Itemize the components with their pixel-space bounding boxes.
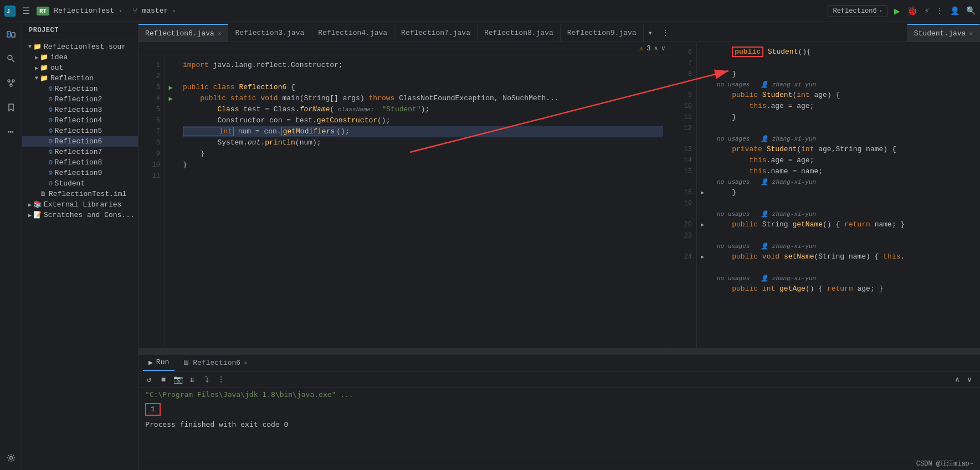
tree-item-reflection7[interactable]: ▶ © Reflection7	[22, 147, 138, 157]
stop-button[interactable]: ■	[157, 374, 170, 386]
tree-item-root[interactable]: ▼ 📁 ReflectionTest sour	[22, 42, 138, 52]
tree-item-reflection1[interactable]: ▶ © Reflection	[22, 84, 138, 94]
project-dropdown-arrow[interactable]: ▾	[119, 8, 122, 14]
right-editor-scroll[interactable]: 6 7 8 9 10 11 12 13 14 15	[670, 42, 980, 348]
word-wrap-button[interactable]: ⤵	[201, 374, 213, 386]
status-bar: CSDN @汪汪miao~	[138, 457, 980, 470]
rg-7	[697, 123, 708, 134]
rcode-8: }	[715, 69, 973, 80]
tab-close-student[interactable]: ✕	[969, 30, 973, 37]
run-gutter-4[interactable]: ▶	[165, 93, 176, 104]
code-line-1: import java.lang.reflect.Constructor;	[183, 60, 663, 71]
run-gutter-3[interactable]: ▶	[165, 82, 176, 93]
profile-icon[interactable]: 👤	[950, 6, 960, 16]
more-tools-icon[interactable]: ⋯	[3, 124, 19, 140]
warning-expand[interactable]: ∧	[654, 44, 658, 53]
tab-label-r7: Reflection7.java	[401, 29, 470, 37]
rg-15[interactable]: ▶	[697, 251, 708, 262]
tree-item-reflection2[interactable]: ▶ © Reflection2	[22, 94, 138, 105]
tree-item-reflection6[interactable]: ▶ © Reflection6	[22, 136, 138, 147]
rg-11[interactable]: ▶	[697, 187, 708, 198]
left-editor-scroll[interactable]: 1 2 3 4 5 6 7 8 9 10 11	[138, 55, 670, 348]
tree-item-reflection8[interactable]: ▶ © Reflection8	[22, 157, 138, 168]
scroll-end-button[interactable]: ⇊	[186, 374, 198, 386]
run-gutter-1	[165, 60, 176, 71]
run-triangle-4[interactable]: ▶	[168, 95, 172, 103]
rg-13[interactable]: ▶	[697, 219, 708, 230]
settings-icon[interactable]	[3, 450, 19, 466]
tree-item-reflection5[interactable]: ▶ © Reflection5	[22, 126, 138, 136]
run-config-name: Reflection6	[833, 7, 876, 15]
tree-item-reflection4[interactable]: ▶ © Reflection4	[22, 115, 138, 126]
root-icon: 📁	[33, 43, 42, 51]
rln-13: 13	[670, 144, 696, 155]
tab-reflection8[interactable]: Reflection8.java	[478, 24, 561, 42]
tree-item-idea[interactable]: ▶ 📁 idea	[22, 52, 138, 63]
tree-item-ext-libs[interactable]: ▶ 📚 External Libraries	[22, 199, 138, 210]
debug-button[interactable]: 🐞	[907, 6, 918, 17]
rln-23: 23	[670, 230, 696, 241]
tab-label-r9: Reflection9.java	[567, 29, 637, 37]
screenshot-button[interactable]: 📷	[172, 374, 184, 386]
rcode-11: }	[715, 112, 973, 123]
tab-options-button[interactable]: ⋮	[657, 24, 674, 42]
sidebar: Project ▼ 📁 ReflectionTest sour ▶ 📁 idea…	[22, 22, 138, 470]
rln-hint4	[670, 209, 696, 219]
up-button[interactable]: ∧	[951, 374, 963, 386]
run-button[interactable]: ▶	[894, 5, 900, 17]
search-icon[interactable]: 🔍	[966, 6, 976, 16]
tree-item-out[interactable]: ▶ 📁 out	[22, 63, 138, 73]
run-gutter-11	[165, 171, 176, 182]
rln-10: 10	[670, 101, 696, 112]
tab-reflection9[interactable]: Reflection9.java	[561, 24, 644, 42]
rcode-21	[715, 262, 973, 273]
run-config-dropdown[interactable]: Reflection6 ▾	[828, 5, 887, 17]
more-button[interactable]: ⋮	[215, 374, 227, 386]
tab-reflection4[interactable]: Reflection4.java	[311, 24, 394, 42]
find-icon[interactable]	[3, 51, 19, 66]
tree-item-iml[interactable]: ▶ 🗎 ReflectionTest.iml	[22, 189, 138, 199]
right-code-content: 6 7 8 9 10 11 12 13 14 15	[670, 42, 980, 348]
tab-close-r6[interactable]: ✕	[218, 30, 222, 37]
rcode-9: public Student(int age) {	[715, 90, 973, 101]
rcode-hint3: no usages 👤 zhang-xi-yun	[715, 177, 973, 187]
run-triangle-3[interactable]: ▶	[168, 84, 172, 92]
editor-hscroll[interactable]	[138, 348, 980, 354]
tab-overflow-button[interactable]: ▾	[644, 24, 657, 42]
left-code-content: 1 2 3 4 5 6 7 8 9 10 11	[138, 55, 670, 348]
tree-item-student[interactable]: ▶ © Student	[22, 178, 138, 189]
rln-hint1	[670, 80, 696, 90]
project-icon[interactable]	[3, 27, 19, 42]
down-button[interactable]: ∨	[963, 374, 976, 386]
tab-reflection3[interactable]: Reflection3.java	[228, 24, 311, 42]
tab-student[interactable]: Student.java ✕	[907, 24, 980, 42]
tree-item-reflection-folder[interactable]: ▼ 📁 Reflection	[22, 73, 138, 84]
tree-item-reflection9[interactable]: ▶ © Reflection9	[22, 168, 138, 178]
tree-item-reflection3[interactable]: ▶ © Reflection3	[22, 105, 138, 115]
rcode-7	[715, 58, 973, 69]
rerun-button[interactable]: ↺	[143, 374, 155, 386]
right-code-lines: public Student(){ } no usages 👤 zhang-xi…	[708, 42, 980, 348]
tab-reflection6[interactable]: Reflection6.java ✕	[138, 24, 228, 42]
vcs-icon[interactable]	[3, 75, 19, 91]
run-config-tab[interactable]: 🖥 Reflection6 ✕	[177, 355, 253, 371]
rln-hint2	[670, 134, 696, 144]
warning-collapse[interactable]: ∨	[661, 44, 665, 53]
run-config-tab-close[interactable]: ✕	[244, 359, 248, 366]
tree-item-scratches[interactable]: ▶ 📝 Scratches and Cons...	[22, 210, 138, 220]
power-icon[interactable]: ⚡	[925, 6, 929, 16]
branch-dropdown-arrow[interactable]: ▾	[172, 8, 176, 14]
ln-11: 11	[138, 171, 165, 182]
rg-9	[697, 155, 708, 166]
java-icon-r5: ©	[49, 128, 53, 135]
hamburger-menu[interactable]: ☰	[20, 3, 32, 19]
code-line-6: Constructor con = test.getConstructor();	[183, 115, 663, 126]
tree-label-r1: Reflection	[55, 85, 98, 93]
bookmark-icon[interactable]	[3, 100, 19, 115]
tree-arrow-out: ▶	[33, 65, 40, 71]
run-tab[interactable]: ▶ Run	[143, 355, 175, 371]
project-name: ReflectionTest	[54, 7, 114, 15]
more-options-icon[interactable]: ⋮	[936, 6, 943, 16]
tab-reflection7[interactable]: Reflection7.java	[394, 24, 478, 42]
sidebar-header: Project	[22, 22, 138, 39]
